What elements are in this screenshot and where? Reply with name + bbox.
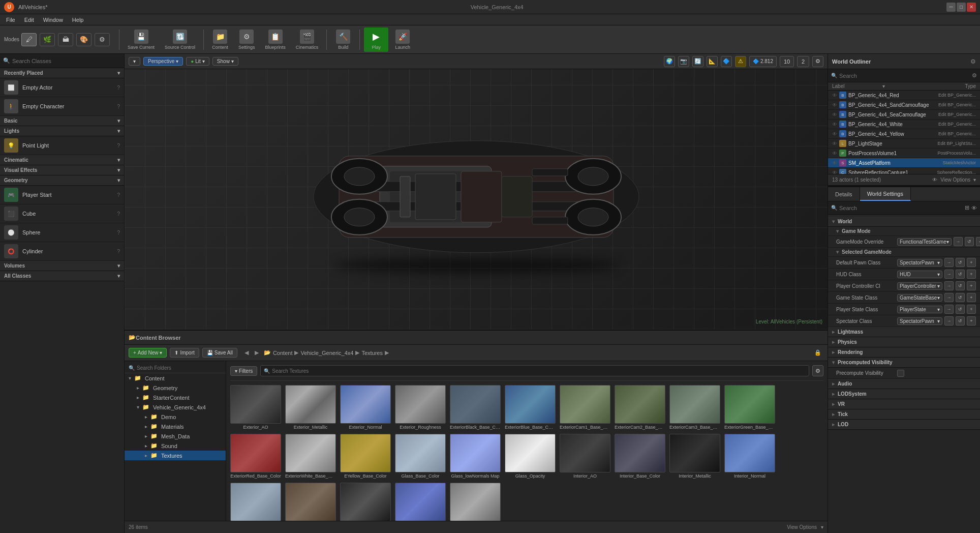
texture-item-3[interactable]: Exterior_Roughness — [395, 385, 446, 430]
toolbar-source-control[interactable]: 🔃 Source Control — [161, 27, 199, 52]
category-lights[interactable]: Lights ▾ — [0, 126, 124, 136]
category-all-classes[interactable]: All Classes ▾ — [0, 271, 124, 281]
tree-mesh-data[interactable]: ▸ 📁 Mesh_Data — [125, 431, 226, 441]
cb-save-all-btn[interactable]: 💾 Save All — [202, 348, 237, 358]
texture-item-14[interactable]: Glass_lowNormals Map — [450, 434, 501, 479]
outliner-item-sm-platform[interactable]: 👁 S SM_AssetPlatform StaticMeshActor — [828, 158, 980, 168]
texture-item-1[interactable]: Exterior_Metallic — [285, 385, 336, 430]
texture-item-0[interactable]: Exterior_AO — [230, 385, 281, 430]
visibility-icon[interactable]: 👁 — [832, 141, 837, 146]
texture-item-24[interactable]: Underbody_ — [450, 483, 501, 521]
gamemode-override-dropdown[interactable]: FunctionalTestGame ▾ — [897, 238, 952, 246]
place-item-empty-actor[interactable]: ⬜ Empty Actor ? — [0, 78, 124, 97]
tree-demo[interactable]: ▸ 📁 Demo — [125, 412, 226, 422]
texture-item-4[interactable]: ExteriorBlack_Base_Color — [450, 385, 501, 430]
menu-edit[interactable]: Edit — [20, 16, 38, 24]
visibility-icon[interactable]: 👁 — [832, 160, 837, 166]
outliner-item-bp-yellow[interactable]: 👁 B BP_Generic_4x4_Yellow Edit BP_Generi… — [828, 129, 980, 139]
details-search-input[interactable] — [839, 205, 965, 211]
texture-item-8[interactable]: ExteriorCam3_Base_Color — [669, 385, 720, 430]
vp-lit-btn[interactable]: ● Lit ▾ — [186, 57, 209, 66]
texture-item-6[interactable]: ExteriorCam1_Base_Color — [560, 385, 610, 430]
cb-view-options[interactable]: View Options — [787, 524, 817, 530]
vp-nav-btn[interactable]: ▾ — [129, 57, 140, 66]
texture-item-10[interactable]: ExteriorRed_Base_Color — [230, 434, 281, 479]
player-controller-plus-btn[interactable]: + — [967, 281, 976, 290]
visibility-icon[interactable]: 👁 — [832, 131, 837, 137]
vp-icon-rotate[interactable]: 🔄 — [692, 56, 703, 67]
visibility-icon[interactable]: 👁 — [832, 122, 837, 127]
outliner-view-icon[interactable]: 👁 — [932, 177, 937, 183]
gamemode-plus-btn[interactable]: + — [976, 237, 980, 246]
hud-refresh-btn[interactable]: ↺ — [956, 270, 965, 279]
default-pawn-arrow-btn[interactable]: → — [944, 258, 954, 267]
vp-icon-warning[interactable]: ⚠ — [735, 56, 746, 67]
minimize-button[interactable]: ─ — [946, 3, 956, 12]
texture-item-2[interactable]: Exterior_Normal — [340, 385, 391, 430]
toolbar-play[interactable]: ▶ Play — [364, 27, 388, 52]
visibility-icon[interactable]: 👁 — [832, 170, 837, 174]
cb-breadcrumb-content[interactable]: Content — [273, 350, 293, 356]
mode-btn-2[interactable]: 🌿 — [40, 33, 55, 46]
cb-add-new-btn[interactable]: + Add New ▾ — [129, 348, 167, 358]
hud-plus-btn[interactable]: + — [967, 270, 976, 279]
place-item-cylinder[interactable]: ⭕ Cylinder ? — [0, 242, 124, 261]
player-state-plus-btn[interactable]: + — [967, 305, 976, 314]
menu-help[interactable]: Help — [68, 16, 88, 24]
section-world[interactable]: ▾ World — [828, 217, 980, 227]
tree-geometry[interactable]: ▸ 📁 Geometry — [125, 383, 226, 393]
player-controller-arrow-btn[interactable]: → — [944, 281, 954, 290]
vp-icon-world[interactable]: 🌍 — [664, 56, 675, 67]
tree-materials[interactable]: ▸ 📁 Materials — [125, 422, 226, 431]
tree-content[interactable]: ▾ 📁 Content — [125, 373, 226, 383]
texture-item-13[interactable]: Glass_Base_Color — [395, 434, 446, 479]
cb-import-btn[interactable]: ⬆ Import — [170, 348, 199, 358]
subsection-selected-gamemode[interactable]: ▾ Selected GameMode — [828, 248, 980, 257]
tree-vehicle-generic[interactable]: ▾ 📁 Vehicle_Generic_4x4 — [125, 402, 226, 412]
subsection-game-mode[interactable]: ▾ Game Mode — [828, 227, 980, 236]
toolbar-build[interactable]: 🔨 Build — [331, 27, 355, 52]
category-geometry[interactable]: Geometry ▾ — [0, 175, 124, 186]
game-state-dropdown[interactable]: GameStateBase ▾ — [897, 294, 942, 302]
section-vr[interactable]: ▸ VR — [828, 399, 980, 409]
texture-item-12[interactable]: EYellow_Base_Color — [340, 434, 391, 479]
outliner-item-postprocess[interactable]: 👁 P PostProcessVolume1 PostProcessVolu..… — [828, 149, 980, 158]
search-classes-input[interactable] — [12, 58, 121, 64]
tab-details[interactable]: Details — [828, 187, 860, 201]
texture-item-7[interactable]: ExteriorCam2_Base_Color — [615, 385, 665, 430]
vp-show-btn[interactable]: Show ▾ — [212, 57, 238, 66]
vp-perspective-btn[interactable]: Perspective ▾ — [143, 57, 183, 66]
tree-sound[interactable]: ▸ 📁 Sound — [125, 441, 226, 451]
maximize-button[interactable]: □ — [957, 3, 966, 12]
mode-btn-3[interactable]: 🏔 — [58, 33, 73, 46]
player-controller-dropdown[interactable]: PlayerController ▾ — [897, 282, 942, 290]
outliner-item-bp-white[interactable]: 👁 B BP_Generic_4x4_White Edit BP_Generic… — [828, 120, 980, 129]
place-item-point-light[interactable]: 💡 Point Light ? — [0, 136, 124, 155]
cb-nav-forward[interactable]: ▶ — [253, 348, 261, 357]
outliner-item-lightstage[interactable]: 👁 L BP_LightStage Edit BP_LightStu... — [828, 139, 980, 149]
section-rendering[interactable]: ▸ Rendering — [828, 347, 980, 358]
section-lod-system[interactable]: ▸ LODSystem — [828, 389, 980, 399]
section-tick[interactable]: ▸ Tick — [828, 409, 980, 420]
spectator-refresh-btn[interactable]: ↺ — [956, 316, 965, 325]
gamemode-refresh-btn[interactable]: ↺ — [965, 237, 974, 246]
vp-grid-size[interactable]: 10 — [780, 56, 794, 67]
default-pawn-refresh-btn[interactable]: ↺ — [956, 258, 965, 267]
texture-item-9[interactable]: ExteriorGreen_Base_Color — [724, 385, 775, 430]
vp-settings-icon[interactable]: ⚙ — [812, 56, 823, 67]
texture-item-18[interactable]: Interior_Metallic — [669, 434, 720, 479]
toolbar-launch[interactable]: 🚀 Launch — [390, 27, 415, 52]
cb-search-textures-input[interactable] — [272, 368, 806, 374]
default-pawn-plus-btn[interactable]: + — [967, 258, 976, 267]
gamemode-arrow-btn[interactable]: → — [954, 237, 963, 246]
outliner-item-sphere-capture[interactable]: 👁 C SphereReflectionCapture1 SphereRefle… — [828, 168, 980, 174]
section-physics[interactable]: ▸ Physics — [828, 337, 980, 347]
game-state-plus-btn[interactable]: + — [967, 293, 976, 302]
category-basic[interactable]: Basic ▾ — [0, 116, 124, 126]
menu-file[interactable]: File — [2, 16, 19, 24]
section-lightmass[interactable]: ▸ Lightmass — [828, 327, 980, 337]
toolbar-blueprints[interactable]: 📋 Blueprints — [261, 27, 290, 52]
cb-breadcrumb-textures[interactable]: Textures — [361, 350, 383, 356]
tree-starter-content[interactable]: ▸ 📁 StarterContent — [125, 393, 226, 402]
section-precomputed-vis[interactable]: ▾ Precomputed Visibility — [828, 358, 980, 368]
